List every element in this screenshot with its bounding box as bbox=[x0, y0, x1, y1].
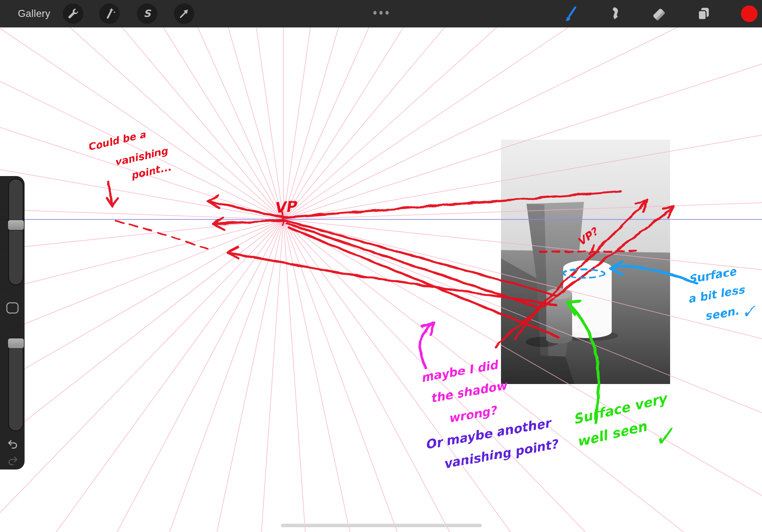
svg-text:S: S bbox=[144, 8, 152, 19]
modify-button[interactable] bbox=[6, 302, 19, 313]
eraser-icon bbox=[650, 5, 667, 22]
purple-note: Or maybe another vanishing point? bbox=[424, 415, 560, 471]
green-check: ✓ bbox=[650, 420, 677, 453]
wrench-icon bbox=[66, 7, 80, 21]
layers-button[interactable] bbox=[695, 5, 713, 23]
drawing-canvas[interactable]: Could be a vanishing point... VP VP? may… bbox=[0, 0, 762, 532]
selection-button[interactable]: S bbox=[137, 4, 157, 24]
svg-text:wrong?: wrong? bbox=[447, 403, 499, 426]
magenta-annotation-strokes bbox=[420, 322, 434, 368]
transform-arrow-icon bbox=[177, 7, 191, 21]
blue-note: Surface a bit less seen. ✓ bbox=[687, 265, 758, 323]
brush-size-slider[interactable] bbox=[8, 179, 23, 285]
svg-text:Could be a: Could be a bbox=[87, 128, 147, 153]
opacity-handle[interactable] bbox=[8, 338, 24, 349]
canvas-options-button[interactable] bbox=[373, 11, 389, 15]
selection-s-icon: S bbox=[140, 7, 154, 21]
green-note: Surface very well seen ✓ bbox=[572, 390, 677, 453]
undo-icon bbox=[9, 440, 17, 448]
blue-check: ✓ bbox=[740, 300, 758, 323]
paint-tool-button[interactable] bbox=[560, 5, 578, 23]
smudge-icon bbox=[606, 5, 623, 22]
svg-text:maybe I did: maybe I did bbox=[420, 358, 500, 385]
vp-label: VP bbox=[273, 197, 298, 217]
transform-button[interactable] bbox=[174, 4, 194, 24]
opacity-slider[interactable] bbox=[8, 338, 23, 431]
redo-button[interactable] bbox=[6, 455, 19, 468]
procreate-app: Could be a vanishing point... VP VP? may… bbox=[0, 0, 762, 532]
svg-text:point...: point... bbox=[130, 161, 172, 181]
adjustments-button[interactable] bbox=[99, 4, 120, 24]
svg-text:a bit less: a bit less bbox=[687, 283, 746, 305]
color-swatch-button[interactable] bbox=[741, 5, 758, 22]
top-toolbar: Gallery S bbox=[0, 0, 762, 28]
magic-wand-icon bbox=[103, 7, 116, 21]
layers-icon bbox=[695, 5, 712, 22]
svg-text:the shadow: the shadow bbox=[429, 378, 509, 405]
erase-tool-button[interactable] bbox=[650, 5, 668, 23]
home-indicator[interactable] bbox=[281, 524, 482, 527]
brush-icon bbox=[561, 5, 577, 22]
gallery-button[interactable]: Gallery bbox=[18, 0, 50, 28]
redo-icon bbox=[9, 457, 17, 465]
undo-button[interactable] bbox=[6, 438, 19, 451]
svg-text:Surface very: Surface very bbox=[572, 390, 670, 427]
brush-size-handle[interactable] bbox=[8, 220, 24, 230]
svg-text:seen.: seen. bbox=[704, 304, 740, 323]
brush-sidebar bbox=[0, 176, 25, 470]
smudge-tool-button[interactable] bbox=[605, 5, 623, 23]
actions-button[interactable] bbox=[63, 4, 83, 24]
svg-text:Surface: Surface bbox=[687, 265, 738, 286]
magenta-note: maybe I did the shadow wrong? bbox=[420, 358, 509, 425]
